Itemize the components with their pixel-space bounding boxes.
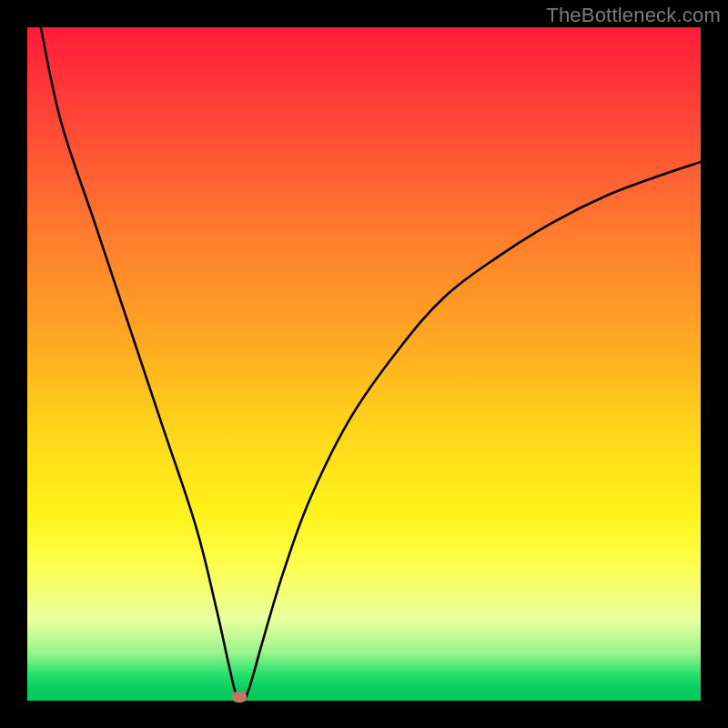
chart-frame: TheBottleneck.com — [0, 0, 728, 728]
plot-area — [27, 27, 701, 701]
watermark-text: TheBottleneck.com — [546, 4, 721, 27]
bottleneck-curve-path — [41, 27, 701, 701]
curve-svg — [27, 27, 701, 701]
optimal-marker — [232, 692, 247, 703]
